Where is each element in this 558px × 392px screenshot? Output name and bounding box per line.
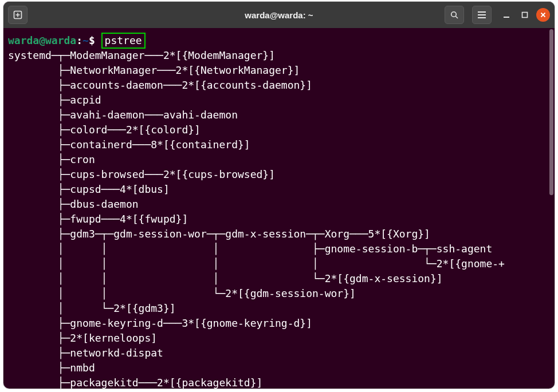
pstree-output: systemd─┬─ModemManager───2*[{ModemManage… (8, 49, 505, 389)
menu-button[interactable] (472, 6, 492, 24)
maximize-icon (521, 11, 528, 18)
titlebar: warda@warda: ~ (3, 2, 555, 28)
close-button[interactable] (536, 8, 550, 22)
minimize-button[interactable] (500, 8, 513, 22)
search-button[interactable] (445, 6, 464, 24)
new-tab-icon (13, 10, 23, 20)
svg-point-3 (451, 12, 457, 17)
prompt-userhost: warda@warda (8, 34, 76, 46)
command-text: pstree (105, 34, 142, 46)
new-tab-button[interactable] (8, 6, 27, 24)
scrollbar-thumb[interactable] (549, 29, 553, 195)
terminal-viewport[interactable]: warda@warda:~$ pstree systemd─┬─ModemMan… (3, 28, 555, 389)
terminal-content: warda@warda:~$ pstree systemd─┬─ModemMan… (8, 33, 555, 389)
svg-rect-9 (522, 13, 528, 18)
prompt-path: ~ (82, 34, 89, 46)
terminal-window: warda@warda: ~ (3, 2, 555, 389)
command-highlight: pstree (101, 33, 146, 49)
minimize-icon (502, 11, 510, 19)
close-icon (540, 11, 547, 18)
maximize-button[interactable] (518, 8, 532, 22)
search-icon (450, 10, 459, 19)
prompt-dollar: $ (89, 34, 95, 46)
hamburger-menu-icon (477, 11, 486, 19)
svg-line-4 (455, 16, 458, 18)
prompt-sep: : (76, 34, 82, 46)
